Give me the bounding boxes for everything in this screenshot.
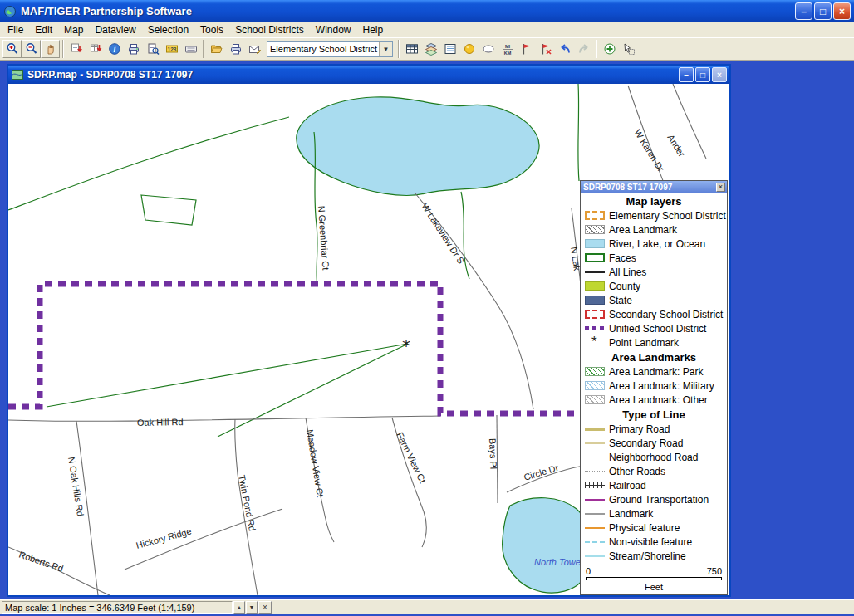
undo-button[interactable] [555,40,574,58]
red-flag-x-icon [539,42,552,56]
svg-text:123: 123 [167,46,176,52]
map-label: Oak Hill Rd [137,417,184,428]
menu-item-school-districts[interactable]: School Districts [229,23,310,37]
title-bar[interactable]: MAF/TIGER Partnership Software – □ × [0,0,854,22]
status-close-button[interactable]: × [258,601,272,614]
legend-item-label: Area Landmark: Military [609,380,714,392]
unified-district-boundary [8,284,582,413]
svg-text:KM: KM [503,51,511,56]
layers-button[interactable] [421,40,440,58]
print-setup-button[interactable] [124,40,143,58]
menu-item-help[interactable]: Help [357,23,390,37]
window-title: MAF/TIGER Partnership Software [21,5,793,17]
open-map-button[interactable] [207,40,226,58]
scale-spin-up-button[interactable]: ▲ [233,601,245,614]
import-data-button[interactable] [66,40,86,58]
legend-item: Other Roads [582,464,725,478]
table-icon [405,42,419,56]
menu-item-window[interactable]: Window [310,23,357,37]
map-window-title-bar[interactable]: SDRP.map - SDRP0708 ST17 17097 – □ × [8,66,729,84]
legend-item-label: Elementary School District [609,210,726,222]
legend-item: River, Lake, or Ocean [582,237,725,251]
keyboard-entry-button[interactable] [181,40,200,58]
legend-item: Ground Transportation [582,492,725,506]
menu-item-file[interactable]: File [2,23,29,37]
map-window: SDRP.map - SDRP0708 ST17 17097 – □ × [7,64,731,597]
zoom-in-button[interactable] [2,40,22,58]
printer-icon [127,42,140,56]
map-minimize-button[interactable]: – [679,67,694,82]
river-swatch-icon [585,239,605,248]
add-area-button[interactable] [600,40,619,58]
table-view-button[interactable] [402,40,421,58]
annotate-button[interactable] [245,40,264,58]
maximize-icon: □ [820,6,826,17]
otherroads-swatch-icon [585,471,605,472]
legend-item: Railroad [582,478,725,492]
page-magnifier-icon [146,42,160,56]
dataview-button[interactable] [440,40,459,58]
scale-unit-label: Feet [586,582,722,592]
map-label: W Lakeview Dr S [420,202,466,266]
red-down-arrow-grid-icon [89,42,102,56]
export-data-button[interactable] [86,40,105,58]
legend-item: Physical feature [582,521,725,535]
map-canvas[interactable]: * W Lakeview Dr SN Greenbriar CtOak Hill… [8,84,729,595]
legend-heading: Area Landmarks [582,351,725,364]
chevron-down-icon[interactable]: ▼ [379,42,392,56]
legend-title-bar[interactable]: SDRP0708 ST17 17097 × [581,181,727,193]
red-down-arrow-page-icon [70,42,83,56]
flag-button[interactable] [517,40,536,58]
map-restore-button[interactable]: □ [695,67,710,82]
minimize-button[interactable]: – [795,2,812,20]
hand-icon [44,42,57,56]
zoom-out-button[interactable] [22,40,41,58]
close-icon: × [839,6,845,17]
legend-item-label: River, Lake, or Ocean [609,238,705,250]
print-preview-button[interactable] [143,40,162,58]
redo-arrow-icon [577,42,591,56]
highlight-button[interactable] [479,40,498,58]
symbol-style-button[interactable] [459,40,479,58]
physical-swatch-icon [585,527,605,529]
legend-heading: Map layers [582,195,725,208]
redo-button[interactable] [574,40,593,58]
legend-item-label: Primary Road [609,423,670,435]
road-oak-hill [8,416,440,421]
app-icon [3,5,17,18]
legend-close-button[interactable]: × [716,183,725,192]
print-button[interactable] [226,40,245,58]
map-label: Bays Pl [488,438,498,470]
toolbar-separator [203,40,204,58]
legend-item-label: Faces [609,252,636,264]
select-box-button[interactable] [619,40,638,58]
info-icon: i [108,42,121,56]
legend-item: Primary Road [582,422,725,436]
map-scale-text: Map scale: 1 Inches = 346.6349 Feet (1:4… [5,603,194,613]
map-close-button[interactable]: × [712,67,727,82]
menu-item-dataview[interactable]: Dataview [89,23,141,37]
close-icon: × [263,603,267,612]
identify-button[interactable]: i [105,40,124,58]
legend-item: Stream/Shoreline [582,549,725,563]
menu-item-map[interactable]: Map [58,23,89,37]
undo-arrow-icon [558,42,572,56]
units-button[interactable]: MIKM [498,40,517,58]
maximize-button[interactable]: □ [814,2,832,20]
legend-item: Area Landmark: Park [582,364,725,379]
yellow-sphere-icon [463,42,476,56]
legend-item: Non-visible feature [582,535,725,549]
menu-item-selection[interactable]: Selection [142,23,194,37]
remove-flag-button[interactable] [536,40,555,58]
mdi-client: SDRP.map - SDRP0708 ST17 17097 – □ × [0,61,854,599]
oval-icon [482,42,495,56]
close-button[interactable]: × [833,2,851,20]
printer-icon [229,42,243,56]
scale-spin-down-button[interactable]: ▼ [246,601,258,614]
address-range-button[interactable]: 123 [162,40,181,58]
pan-button[interactable] [41,40,60,58]
legend-item: Faces [582,251,725,265]
menu-item-tools[interactable]: Tools [194,23,229,37]
district-type-combobox[interactable]: Elementary School District ▼ [267,41,393,57]
menu-item-edit[interactable]: Edit [29,23,58,37]
